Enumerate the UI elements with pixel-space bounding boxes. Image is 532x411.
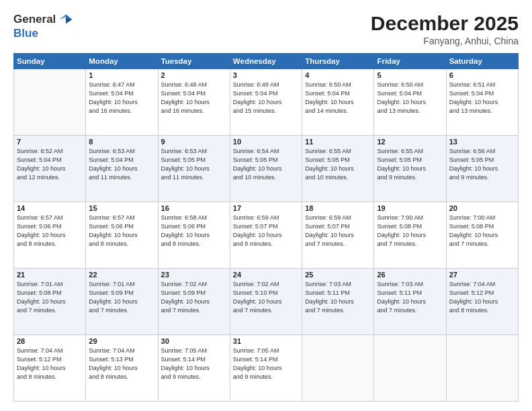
day-number: 30 bbox=[161, 337, 227, 345]
table-row: 11Sunrise: 6:55 AMSunset: 5:05 PMDayligh… bbox=[302, 136, 374, 202]
day-info: Sunrise: 7:00 AMSunset: 5:08 PMDaylight:… bbox=[449, 214, 515, 248]
day-number: 3 bbox=[233, 71, 299, 79]
calendar-header-row: Sunday Monday Tuesday Wednesday Thursday… bbox=[14, 54, 519, 69]
table-row: 6Sunrise: 6:51 AMSunset: 5:04 PMDaylight… bbox=[446, 69, 518, 136]
day-number: 12 bbox=[377, 138, 443, 146]
day-info: Sunrise: 6:50 AMSunset: 5:04 PMDaylight:… bbox=[305, 81, 371, 116]
day-info: Sunrise: 6:54 AMSunset: 5:05 PMDaylight:… bbox=[233, 147, 299, 182]
day-info: Sunrise: 7:01 AMSunset: 5:08 PMDaylight:… bbox=[17, 280, 83, 315]
table-row: 19Sunrise: 7:00 AMSunset: 5:08 PMDayligh… bbox=[374, 202, 446, 269]
day-info: Sunrise: 6:55 AMSunset: 5:05 PMDaylight:… bbox=[377, 147, 443, 182]
day-number: 31 bbox=[233, 337, 299, 345]
table-row: 17Sunrise: 6:59 AMSunset: 5:07 PMDayligh… bbox=[230, 202, 302, 269]
table-row: 23Sunrise: 7:02 AMSunset: 5:09 PMDayligh… bbox=[158, 269, 230, 335]
table-row: 1Sunrise: 6:47 AMSunset: 5:04 PMDaylight… bbox=[86, 69, 158, 136]
day-number: 4 bbox=[305, 71, 371, 79]
calendar-week-row: 1Sunrise: 6:47 AMSunset: 5:04 PMDaylight… bbox=[14, 69, 519, 136]
logo-general-text: General bbox=[13, 13, 56, 26]
table-row: 2Sunrise: 6:48 AMSunset: 5:04 PMDaylight… bbox=[158, 69, 230, 136]
day-info: Sunrise: 6:47 AMSunset: 5:04 PMDaylight:… bbox=[89, 81, 154, 116]
day-info: Sunrise: 7:01 AMSunset: 5:09 PMDaylight:… bbox=[89, 280, 154, 315]
day-number: 15 bbox=[89, 204, 154, 212]
day-number: 25 bbox=[305, 271, 371, 279]
col-wednesday: Wednesday bbox=[230, 54, 302, 69]
col-sunday: Sunday bbox=[14, 54, 86, 69]
day-info: Sunrise: 6:52 AMSunset: 5:04 PMDaylight:… bbox=[17, 147, 83, 182]
table-row: 13Sunrise: 6:56 AMSunset: 5:05 PMDayligh… bbox=[446, 136, 518, 202]
calendar-table: Sunday Monday Tuesday Wednesday Thursday… bbox=[13, 53, 519, 402]
day-number: 16 bbox=[161, 204, 227, 212]
table-row: 5Sunrise: 6:50 AMSunset: 5:04 PMDaylight… bbox=[374, 69, 446, 136]
calendar-week-row: 21Sunrise: 7:01 AMSunset: 5:08 PMDayligh… bbox=[14, 269, 519, 335]
col-friday: Friday bbox=[374, 54, 446, 69]
header: General Blue December 2025 Fanyang, Anhu… bbox=[13, 12, 519, 46]
day-number: 29 bbox=[89, 337, 154, 345]
col-tuesday: Tuesday bbox=[158, 54, 230, 69]
day-info: Sunrise: 6:49 AMSunset: 5:04 PMDaylight:… bbox=[233, 81, 299, 116]
table-row: 28Sunrise: 7:04 AMSunset: 5:12 PMDayligh… bbox=[14, 335, 86, 402]
day-info: Sunrise: 7:03 AMSunset: 5:11 PMDaylight:… bbox=[377, 280, 443, 315]
table-row: 16Sunrise: 6:58 AMSunset: 5:06 PMDayligh… bbox=[158, 202, 230, 269]
table-row: 9Sunrise: 6:53 AMSunset: 5:05 PMDaylight… bbox=[158, 136, 230, 202]
day-info: Sunrise: 6:55 AMSunset: 5:05 PMDaylight:… bbox=[305, 147, 371, 182]
col-thursday: Thursday bbox=[302, 54, 374, 69]
table-row: 12Sunrise: 6:55 AMSunset: 5:05 PMDayligh… bbox=[374, 136, 446, 202]
day-info: Sunrise: 7:05 AMSunset: 5:14 PMDaylight:… bbox=[233, 347, 299, 381]
title-block: December 2025 Fanyang, Anhui, China bbox=[371, 12, 519, 46]
day-info: Sunrise: 7:04 AMSunset: 5:12 PMDaylight:… bbox=[449, 280, 515, 315]
day-number: 18 bbox=[305, 204, 371, 212]
table-row: 10Sunrise: 6:54 AMSunset: 5:05 PMDayligh… bbox=[230, 136, 302, 202]
day-info: Sunrise: 6:58 AMSunset: 5:06 PMDaylight:… bbox=[161, 214, 227, 248]
day-number: 26 bbox=[377, 271, 443, 279]
day-info: Sunrise: 7:04 AMSunset: 5:12 PMDaylight:… bbox=[17, 347, 83, 381]
table-row: 14Sunrise: 6:57 AMSunset: 5:06 PMDayligh… bbox=[14, 202, 86, 269]
calendar-week-row: 7Sunrise: 6:52 AMSunset: 5:04 PMDaylight… bbox=[14, 136, 519, 202]
day-info: Sunrise: 6:59 AMSunset: 5:07 PMDaylight:… bbox=[233, 214, 299, 248]
day-info: Sunrise: 7:02 AMSunset: 5:09 PMDaylight:… bbox=[161, 280, 227, 315]
day-number: 27 bbox=[449, 271, 515, 279]
table-row: 25Sunrise: 7:03 AMSunset: 5:11 PMDayligh… bbox=[302, 269, 374, 335]
day-number: 1 bbox=[89, 71, 154, 79]
table-row: 3Sunrise: 6:49 AMSunset: 5:04 PMDaylight… bbox=[230, 69, 302, 136]
day-number: 23 bbox=[161, 271, 227, 279]
day-number: 9 bbox=[161, 138, 227, 146]
table-row: 4Sunrise: 6:50 AMSunset: 5:04 PMDaylight… bbox=[302, 69, 374, 136]
day-number: 24 bbox=[233, 271, 299, 279]
location-subtitle: Fanyang, Anhui, China bbox=[371, 36, 519, 46]
day-number: 13 bbox=[449, 138, 515, 146]
day-number: 19 bbox=[377, 204, 443, 212]
day-info: Sunrise: 7:04 AMSunset: 5:13 PMDaylight:… bbox=[89, 347, 154, 381]
day-number: 6 bbox=[449, 71, 515, 79]
table-row bbox=[14, 69, 86, 136]
calendar-week-row: 14Sunrise: 6:57 AMSunset: 5:06 PMDayligh… bbox=[14, 202, 519, 269]
table-row: 8Sunrise: 6:53 AMSunset: 5:04 PMDaylight… bbox=[86, 136, 158, 202]
table-row bbox=[446, 335, 518, 402]
table-row: 27Sunrise: 7:04 AMSunset: 5:12 PMDayligh… bbox=[446, 269, 518, 335]
day-number: 11 bbox=[305, 138, 371, 146]
day-number: 17 bbox=[233, 204, 299, 212]
day-info: Sunrise: 7:02 AMSunset: 5:10 PMDaylight:… bbox=[233, 280, 299, 315]
calendar-week-row: 28Sunrise: 7:04 AMSunset: 5:12 PMDayligh… bbox=[14, 335, 519, 402]
day-number: 14 bbox=[17, 204, 83, 212]
table-row: 20Sunrise: 7:00 AMSunset: 5:08 PMDayligh… bbox=[446, 202, 518, 269]
day-info: Sunrise: 6:57 AMSunset: 5:06 PMDaylight:… bbox=[17, 214, 83, 248]
table-row: 18Sunrise: 6:59 AMSunset: 5:07 PMDayligh… bbox=[302, 202, 374, 269]
day-info: Sunrise: 7:00 AMSunset: 5:08 PMDaylight:… bbox=[377, 214, 443, 248]
svg-marker-1 bbox=[60, 14, 66, 19]
table-row: 29Sunrise: 7:04 AMSunset: 5:13 PMDayligh… bbox=[86, 335, 158, 402]
col-monday: Monday bbox=[86, 54, 158, 69]
month-title: December 2025 bbox=[371, 12, 519, 34]
logo-bird-icon bbox=[58, 12, 73, 27]
day-info: Sunrise: 6:50 AMSunset: 5:04 PMDaylight:… bbox=[377, 81, 443, 116]
day-number: 22 bbox=[89, 271, 154, 279]
day-number: 5 bbox=[377, 71, 443, 79]
day-number: 28 bbox=[17, 337, 83, 345]
table-row bbox=[302, 335, 374, 402]
day-number: 2 bbox=[161, 71, 227, 79]
day-info: Sunrise: 6:53 AMSunset: 5:05 PMDaylight:… bbox=[161, 147, 227, 182]
day-info: Sunrise: 7:03 AMSunset: 5:11 PMDaylight:… bbox=[305, 280, 371, 315]
day-number: 10 bbox=[233, 138, 299, 146]
day-info: Sunrise: 6:59 AMSunset: 5:07 PMDaylight:… bbox=[305, 214, 371, 248]
table-row: 26Sunrise: 7:03 AMSunset: 5:11 PMDayligh… bbox=[374, 269, 446, 335]
day-number: 21 bbox=[17, 271, 83, 279]
